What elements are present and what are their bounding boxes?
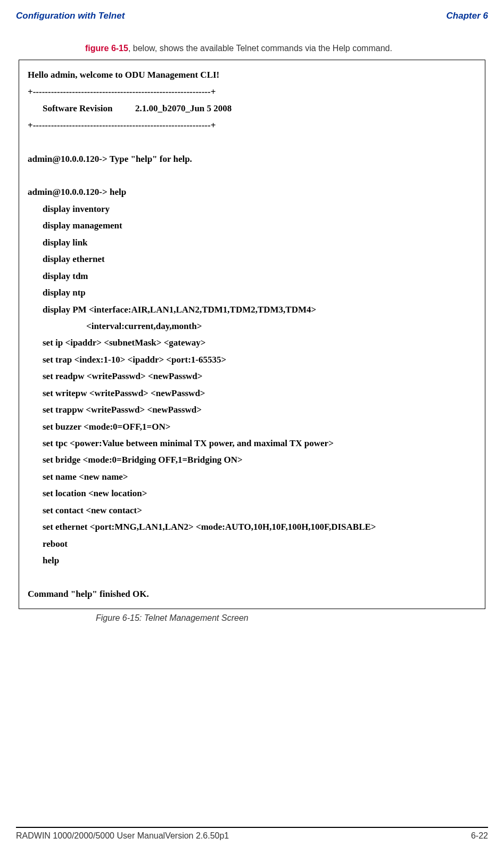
cmd-line: set trappw <writePasswd> <newPasswd> xyxy=(28,401,476,418)
sw-value: 2.1.00_b2070_Jun 5 2008 xyxy=(135,103,232,113)
figure-reference-link[interactable]: figure 6-15 xyxy=(85,44,128,53)
prompt-help-cmd: admin@10.0.0.120-> help xyxy=(28,184,476,200)
divider-line: +---------------------------------------… xyxy=(28,84,476,100)
intro-rest: , below, shows the available Telnet comm… xyxy=(128,44,392,53)
header-right: Chapter 6 xyxy=(447,11,488,21)
cmd-line: display tdm xyxy=(28,268,476,284)
cmd-line: set ip <ipaddr> <subnetMask> <gateway> xyxy=(28,334,476,351)
header-left: Configuration with Telnet xyxy=(16,11,125,21)
footer-right: 6-22 xyxy=(471,831,488,841)
cmd-line: display PM <interface:AIR,LAN1,LAN2,TDM1… xyxy=(28,301,476,318)
page-footer: RADWIN 1000/2000/5000 User ManualVersion… xyxy=(16,827,488,841)
cmd-line: set tpc <power:Value between minimal TX … xyxy=(28,435,476,451)
blank-line xyxy=(28,569,476,586)
cmd-line: set name <new name> xyxy=(28,469,476,485)
cmd-line: display ntp xyxy=(28,284,476,301)
page-header: Configuration with Telnet Chapter 6 xyxy=(16,11,488,21)
cmd-line: display inventory xyxy=(28,201,476,217)
cmd-line: set bridge <mode:0=Bridging OFF,1=Bridgi… xyxy=(28,451,476,468)
sw-label: Software Revision xyxy=(43,103,112,113)
figure-caption: Figure 6-15: Telnet Management Screen xyxy=(96,613,488,623)
cmd-interval-line: <interval:current,day,month> xyxy=(28,318,476,334)
cmd-line: set ethernet <port:MNG,LAN1,LAN2> <mode:… xyxy=(28,519,476,535)
cmd-line: set contact <new contact> xyxy=(28,502,476,519)
cmd-line: help xyxy=(28,552,476,569)
footer-left: RADWIN 1000/2000/5000 User ManualVersion… xyxy=(16,831,229,841)
intro-text: figure 6-15, below, shows the available … xyxy=(85,43,472,54)
prompt-help-hint: admin@10.0.0.120-> Type "help" for help. xyxy=(28,151,476,167)
cmd-line: set writepw <writePasswd> <newPasswd> xyxy=(28,385,476,401)
cmd-line: reboot xyxy=(28,536,476,552)
cmd-line: set trap <index:1-10> <ipaddr> <port:1-6… xyxy=(28,351,476,368)
cmd-line: display link xyxy=(28,234,476,251)
divider-line: +---------------------------------------… xyxy=(28,117,476,134)
telnet-output-box: Hello admin, welcome to ODU Management C… xyxy=(19,60,485,609)
cmd-line: set buzzer <mode:0=OFF,1=ON> xyxy=(28,418,476,435)
welcome-line: Hello admin, welcome to ODU Management C… xyxy=(28,67,476,83)
cmd-line: display ethernet xyxy=(28,251,476,267)
blank-line xyxy=(28,134,476,150)
cmd-line: display management xyxy=(28,217,476,234)
blank-line xyxy=(28,167,476,184)
cmd-line: set location <new location> xyxy=(28,485,476,502)
software-revision-line: Software Revision 2.1.00_b2070_Jun 5 200… xyxy=(28,100,476,117)
finished-line: Command "help" finished OK. xyxy=(28,586,476,602)
cmd-line: set readpw <writePasswd> <newPasswd> xyxy=(28,368,476,384)
